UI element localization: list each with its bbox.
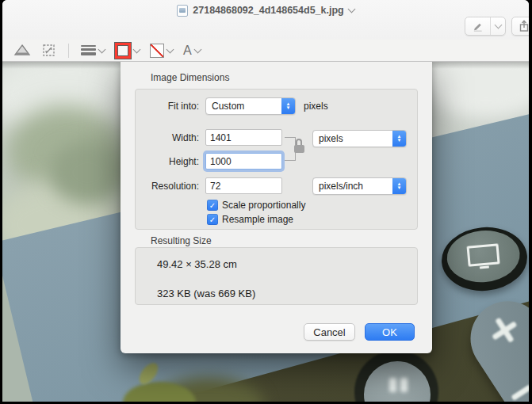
width-input[interactable] [205,129,282,146]
checkbox-checked-icon: ✓ [207,214,218,225]
chevron-down-icon [133,45,141,53]
selection-resize-button[interactable] [40,42,58,59]
resolution-label: Resolution: [136,181,199,192]
scale-proportionally-checkbox[interactable]: ✓ Scale proportionally [207,200,305,211]
chevron-down-icon [166,45,174,53]
resulting-dimensions: 49.42 × 35.28 cm [157,258,237,270]
cancel-button-label: Cancel [313,326,345,338]
resolution-input[interactable] [205,177,282,194]
tv-screen-icon [466,243,499,266]
sheet-title: Image Dimensions [151,72,229,83]
ok-button-label: OK [382,326,397,338]
document-icon [177,5,188,17]
selection-resize-icon [41,43,56,58]
stepper-icon: ▲▼ [281,98,295,114]
window-title: 27184868092_4d148654d5_k.jpg [193,5,343,16]
border-color-button[interactable] [113,42,141,59]
text-style-button[interactable]: A [182,42,202,59]
text-style-icon: A [183,44,192,57]
resulting-size-panel: 49.42 × 35.28 cm 323 KB (was 669 KB) [135,247,418,305]
fill-color-well-icon [150,44,164,58]
resolution-unit-select[interactable]: pixels/inch ▲▼ [312,177,407,195]
cancel-button[interactable]: Cancel [304,323,355,341]
dimension-unit-select[interactable]: pixels ▲▼ [312,130,407,147]
stepper-icon: ▲▼ [392,178,406,194]
resolution-unit-value: pixels/inch [313,181,392,192]
markup-toolbar: A [2,40,529,62]
lock-icon [294,139,305,154]
scale-proportionally-label: Scale proportionally [222,200,305,211]
bokeh-blob [50,141,125,204]
checkbox-checked-icon: ✓ [207,200,218,211]
image-canvas: Image Dimensions Fit into: Custom ▲▼ pix… [2,62,529,402]
play-pause-icon [388,378,411,394]
resample-image-label: Resample image [222,214,293,225]
share-button[interactable] [511,17,529,36]
width-label: Width: [136,132,199,143]
preview-window: 27184868092_4d148654d5_k.jpg [2,0,529,402]
share-icon [519,20,529,32]
resulting-filesize: 323 KB (was 669 KB) [157,288,255,299]
markup-dropdown-button[interactable] [491,17,505,35]
remote-tv-button-face [445,227,522,285]
height-input[interactable] [205,153,282,170]
resulting-size-title: Resulting Size [151,235,212,246]
dimension-unit-value: pixels [313,133,392,144]
shape-style-button[interactable] [79,42,106,59]
fit-into-unit: pixels [304,101,328,112]
fit-into-select[interactable]: Custom ▲▼ [205,97,296,115]
border-color-well-icon [115,43,131,59]
dimensions-panel: Fit into: Custom ▲▼ pixels Width: Height… [135,89,418,230]
shape-style-lines-icon [81,45,96,55]
chevron-down-icon [193,45,201,53]
adjust-color-button[interactable] [12,42,33,59]
title-bar: 27184868092_4d148654d5_k.jpg [2,0,529,40]
window-title-row: 27184868092_4d148654d5_k.jpg [2,3,529,17]
height-label: Height: [136,156,199,167]
ok-button[interactable]: OK [365,323,415,341]
toolbar-actions [465,17,529,36]
chevron-down-icon [98,45,106,53]
image-dimensions-sheet: Image Dimensions Fit into: Custom ▲▼ pix… [121,62,432,353]
markup-pencil-icon [472,21,484,32]
title-chevron-down-icon[interactable] [347,6,355,13]
fit-into-label: Fit into: [136,101,199,112]
toolbar-divider [68,44,69,58]
stepper-icon: ▲▼ [392,131,406,147]
fit-into-value: Custom [206,101,281,112]
adjust-color-prism-icon [13,44,31,57]
markup-button-group [465,17,506,36]
chevron-down-icon [494,21,502,29]
markup-pencil-button[interactable] [465,17,490,35]
resample-image-checkbox[interactable]: ✓ Resample image [207,214,293,225]
fill-color-button[interactable] [148,42,174,59]
